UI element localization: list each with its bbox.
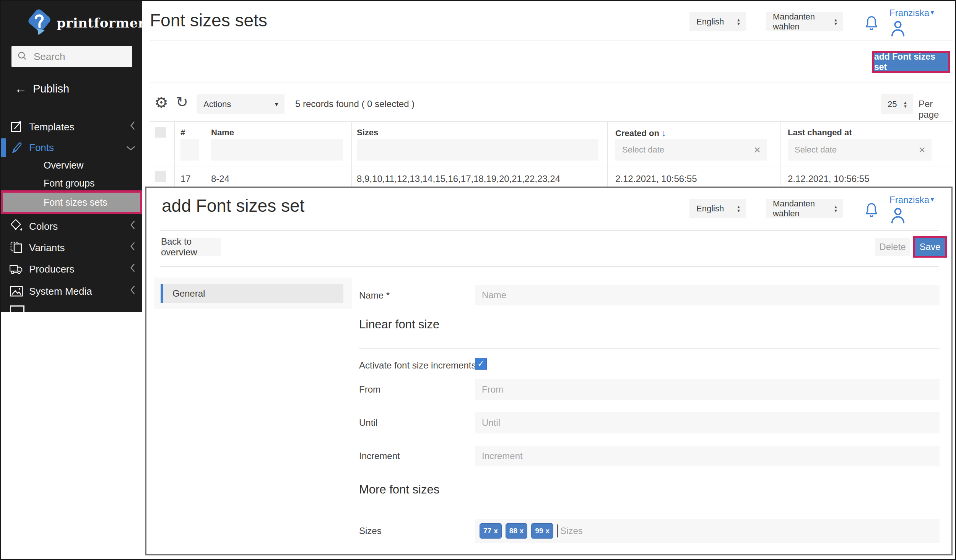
sidebar-item-colors[interactable]: Colors — [1, 218, 142, 235]
user-avatar-icon[interactable] — [888, 18, 908, 40]
chevron-left-icon[interactable] — [130, 121, 135, 133]
column-header-num[interactable]: # — [180, 128, 185, 138]
chevron-left-icon[interactable] — [130, 242, 135, 254]
size-chip[interactable]: 99 x — [531, 523, 553, 539]
row-checkbox[interactable] — [155, 171, 166, 182]
select-spinner-icon: ▲▼ — [834, 18, 838, 26]
tenant-value: Mandanten wählen — [773, 12, 834, 32]
column-header-name[interactable]: Name — [211, 128, 234, 138]
divider — [150, 83, 953, 83]
chip-remove-button[interactable]: x — [520, 527, 524, 535]
sidebar-search[interactable] — [11, 46, 132, 67]
sidebar-item-fonts[interactable]: Fonts — [1, 139, 142, 156]
sidebar-item-templates[interactable]: Templates — [1, 118, 142, 135]
user-avatar-icon[interactable] — [888, 205, 908, 227]
divider — [351, 122, 352, 187]
add-font-sizes-set-button[interactable]: add Font sizes set — [874, 53, 948, 71]
user-caret-icon[interactable]: ▼ — [929, 196, 935, 203]
tenant-value: Mandanten wählen — [773, 199, 834, 219]
from-input[interactable] — [475, 379, 940, 400]
actions-label: Actions — [203, 99, 231, 109]
clear-icon[interactable]: × — [754, 144, 761, 156]
user-menu[interactable]: Franziska — [889, 195, 929, 205]
chevron-left-icon[interactable] — [130, 263, 135, 275]
sizes-placeholder-text: Sizes — [560, 526, 583, 536]
chevron-left-icon[interactable] — [130, 221, 135, 232]
activate-increments-checkbox[interactable]: ✓ — [475, 358, 487, 370]
cell-changed: 2.12.2021, 10:56:55 — [788, 174, 870, 184]
activate-increments-label: Activate font size increments — [359, 360, 476, 371]
search-input[interactable] — [33, 50, 127, 63]
increment-label: Increment — [359, 451, 400, 461]
user-caret-icon[interactable]: ▼ — [929, 9, 935, 16]
language-value: English — [696, 204, 724, 214]
cell-created: 2.12.2021, 10:56:55 — [615, 174, 697, 184]
page-title: Font sizes sets — [150, 10, 267, 31]
filter-sizes-input[interactable] — [357, 139, 598, 161]
gear-icon[interactable]: ⚙ — [154, 95, 168, 110]
sidebar-item-label: Colors — [29, 221, 58, 232]
save-button[interactable]: Save — [915, 238, 945, 256]
chevron-down-icon[interactable] — [126, 142, 135, 154]
size-chip[interactable]: 77 x — [480, 523, 502, 539]
chip-remove-button[interactable]: x — [546, 527, 550, 535]
tenant-select[interactable]: Mandanten wählen ▲▼ — [766, 12, 843, 31]
filter-changed-date[interactable]: × — [788, 139, 932, 161]
column-header-changed[interactable]: Last changed at — [788, 128, 852, 138]
increment-input[interactable] — [475, 446, 940, 466]
created-date-input[interactable] — [621, 144, 734, 155]
delete-button[interactable]: Delete — [875, 238, 910, 256]
sidebar-item-font-sizes-sets[interactable]: Font sizes sets — [1, 190, 142, 214]
per-page-select[interactable]: 25 ▲▼ — [881, 94, 913, 114]
sidebar-item-system-media[interactable]: System Media — [1, 283, 142, 300]
refresh-icon[interactable]: ↻ — [176, 95, 188, 109]
printformer-logo-icon — [25, 8, 54, 37]
language-select[interactable]: English ▲▼ — [689, 199, 746, 218]
chevron-left-icon[interactable] — [130, 286, 135, 297]
actions-dropdown[interactable]: Actions ▼ — [197, 94, 285, 114]
sidebar-item-font-groups[interactable]: Font groups — [1, 175, 142, 192]
chip-value: 77 — [483, 527, 491, 535]
publish-back-link[interactable]: ← Publish — [15, 82, 69, 96]
sidebar-item-producers[interactable]: Producers — [1, 261, 142, 278]
more-font-sizes-heading: More font sizes — [359, 483, 439, 497]
sidebar-item-label: Overview — [44, 160, 83, 171]
tab-general[interactable]: General — [161, 284, 343, 303]
select-all-checkbox[interactable] — [155, 127, 166, 138]
back-to-overview-button[interactable]: Back to overview — [161, 238, 221, 256]
size-chip[interactable]: 88 x — [506, 523, 528, 539]
sizes-tag-input[interactable]: 77 x 88 x 99 x Sizes — [475, 519, 940, 543]
column-header-created[interactable]: Created on ↓ — [615, 128, 666, 138]
cell-name[interactable]: 8-24 — [211, 174, 229, 184]
clear-icon[interactable]: × — [919, 144, 925, 156]
select-spinner-icon: ▲▼ — [834, 205, 838, 213]
cell-id: 17 — [180, 174, 191, 184]
notifications-bell-icon[interactable] — [863, 200, 880, 221]
sidebar-item-label: Font groups — [44, 178, 94, 189]
divider — [150, 121, 953, 122]
chip-value: 88 — [509, 527, 517, 535]
sizes-label: Sizes — [359, 526, 382, 536]
check-icon: ✓ — [477, 359, 484, 369]
filter-name-input[interactable] — [211, 139, 343, 161]
sort-desc-icon[interactable]: ↓ — [662, 128, 666, 138]
filter-num-input[interactable] — [180, 139, 199, 161]
search-icon — [17, 50, 28, 63]
divider — [150, 167, 953, 167]
user-menu[interactable]: Franziska — [889, 8, 929, 18]
tenant-select[interactable]: Mandanten wählen ▲▼ — [766, 199, 843, 218]
notifications-bell-icon[interactable] — [863, 13, 880, 34]
filter-created-date[interactable]: × — [615, 139, 767, 161]
system-media-icon — [9, 284, 24, 299]
column-header-sizes[interactable]: Sizes — [357, 128, 378, 138]
sidebar-item-variants[interactable]: Variants — [1, 239, 142, 256]
back-arrow-icon: ← — [15, 82, 27, 96]
chip-remove-button[interactable]: x — [494, 527, 498, 535]
records-count-text: 5 records found ( 0 selected ) — [295, 99, 415, 109]
until-input[interactable] — [475, 412, 940, 433]
language-select[interactable]: English ▲▼ — [689, 12, 746, 31]
sidebar-item-overview[interactable]: Overview — [1, 157, 142, 174]
changed-date-input[interactable] — [794, 144, 901, 155]
name-input[interactable] — [475, 285, 940, 305]
chip-value: 99 — [535, 527, 543, 535]
